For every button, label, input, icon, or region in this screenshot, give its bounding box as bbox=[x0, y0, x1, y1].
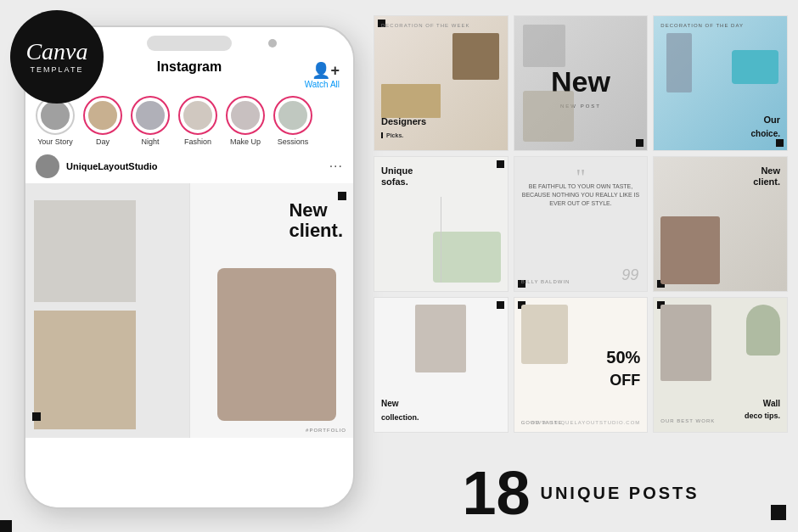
story-label-3: Fashion bbox=[184, 137, 211, 146]
corner-sq-br bbox=[636, 139, 643, 147]
phone-post-square-bl bbox=[32, 412, 41, 421]
corner-sq-tr bbox=[497, 160, 504, 168]
story-sessions[interactable]: Sessions bbox=[273, 96, 312, 146]
story-label-2: Night bbox=[141, 137, 159, 146]
phone-post-panel1 bbox=[34, 200, 136, 302]
gp1-table bbox=[381, 84, 441, 118]
gp5-quote-text: BE FAITHFUL TO YOUR OWN TASTE, BECAUSE N… bbox=[521, 182, 641, 207]
story-label-0: Your Story bbox=[37, 137, 73, 146]
story-label-5: Sessions bbox=[278, 137, 309, 146]
grid-post-6: Newclient. bbox=[653, 156, 788, 292]
bottom-left-square bbox=[0, 520, 12, 532]
watch-all-label[interactable]: Watch All bbox=[305, 80, 340, 89]
corner-sq-tr2 bbox=[497, 301, 504, 309]
gp8-percent: 50% bbox=[606, 349, 640, 366]
grid-post-7: New collection. bbox=[374, 297, 509, 433]
gp5-author: BILLY BALDWIN bbox=[521, 279, 570, 284]
gp9-main-text: Wall bbox=[763, 399, 780, 408]
story-day[interactable]: Day bbox=[83, 96, 122, 146]
phone-post-image: New client. #PORTFOLIO bbox=[25, 183, 353, 438]
gp8-sub2: WWW.UNIQUELAYOUTSTUDIO.COM bbox=[531, 420, 641, 425]
grid-post-2: New NEW POST bbox=[514, 15, 649, 151]
gp1-top-label: DECORATION OF THE WEEK bbox=[381, 23, 469, 28]
grid-post-3: DECORATION OF THE DAY Our choice. bbox=[653, 15, 788, 151]
gp9-wall-art bbox=[660, 305, 711, 381]
gp3-main-text: Our bbox=[763, 115, 780, 125]
post-options-icon[interactable]: ··· bbox=[329, 159, 343, 174]
phone-post-main-text: New client. bbox=[289, 200, 343, 241]
template-label: TEMPLATE bbox=[31, 65, 84, 74]
story-label-1: Day bbox=[96, 137, 110, 146]
phone-post-vertical-line bbox=[189, 183, 190, 438]
grid-post-9: OUR BEST WORK Wall deco tips. bbox=[653, 297, 788, 433]
canva-badge: Canva TEMPLATE bbox=[10, 10, 104, 104]
story-makeup[interactable]: Make Up bbox=[226, 96, 265, 146]
gp2-chair bbox=[523, 91, 574, 142]
post-username: UniqueLayoutStudio bbox=[66, 161, 323, 171]
gp8-off: OFF bbox=[610, 372, 640, 389]
gp9-plant bbox=[746, 305, 780, 356]
grid-post-4: Uniquesofas. bbox=[374, 156, 509, 292]
grid-post-8: 50% OFF GOOD TASTE WWW.UNIQUELAYOUTSTUDI… bbox=[514, 297, 649, 433]
bottom-right-square bbox=[771, 505, 786, 520]
gp7-main-text2: collection. bbox=[381, 413, 419, 422]
unique-posts-label: UNIQUE POSTS bbox=[540, 484, 699, 503]
gp3-top-label: DECORATION OF THE DAY bbox=[660, 23, 744, 28]
post-user-row: UniqueLayoutStudio ··· bbox=[25, 149, 353, 183]
grid-post-1: DECORATION OF THE WEEK Designers Picks. bbox=[374, 15, 509, 151]
corner-sq-br2 bbox=[776, 139, 784, 147]
phone-portfolio-label: #PORTFOLIO bbox=[306, 428, 346, 433]
gp7-main-text: New bbox=[381, 399, 399, 408]
gp1-main-text: Designers bbox=[381, 116, 426, 126]
story-circle-sessions bbox=[273, 96, 312, 135]
gp6-text: Newclient. bbox=[753, 165, 780, 188]
unique-posts-number: 18 bbox=[462, 462, 530, 524]
gp6-chair bbox=[660, 216, 720, 284]
gp3-vase bbox=[666, 33, 692, 92]
canva-logo-text: Canva bbox=[25, 40, 87, 64]
gp8-chair bbox=[521, 305, 568, 364]
phone-post-panel2 bbox=[34, 311, 136, 429]
gp4-main-text: Uniquesofas. bbox=[381, 165, 413, 188]
instagram-title: Instagram bbox=[157, 59, 222, 75]
gp5-num: 99 bbox=[621, 266, 638, 284]
story-circle-day bbox=[83, 96, 122, 135]
gp2-lamp bbox=[523, 25, 565, 67]
stories-row: Your Story Day Night Fashion bbox=[25, 92, 353, 149]
gp7-image bbox=[415, 305, 466, 372]
story-night[interactable]: Night bbox=[131, 96, 170, 146]
story-fashion[interactable]: Fashion bbox=[178, 96, 217, 146]
story-circle-makeup bbox=[226, 96, 265, 135]
grid-post-5: " BE FAITHFUL TO YOUR OWN TASTE, BECAUSE… bbox=[514, 156, 649, 292]
gp1-main-text2: Picks. bbox=[381, 132, 403, 138]
posts-grid: DECORATION OF THE WEEK Designers Picks. … bbox=[374, 15, 788, 433]
gp1-furniture bbox=[452, 33, 499, 80]
story-circle-night bbox=[131, 96, 170, 135]
gp4-line bbox=[441, 197, 441, 283]
gp9-main-text2: deco tips. bbox=[745, 412, 780, 420]
gp4-sofa-img bbox=[433, 232, 501, 283]
gp3-main-text2: choice. bbox=[751, 129, 780, 138]
gp3-sofa bbox=[732, 50, 778, 84]
post-user-avatar bbox=[36, 154, 59, 178]
story-circle-fashion bbox=[178, 96, 217, 135]
story-label-4: Make Up bbox=[230, 137, 261, 146]
phone-post-square-tr bbox=[338, 192, 346, 200]
add-icon[interactable]: 👤+ bbox=[312, 61, 340, 80]
unique-posts-label-wrapper: UNIQUE POSTS bbox=[540, 484, 699, 503]
bottom-area: 18 UNIQUE POSTS bbox=[374, 462, 788, 524]
phone-post-chair bbox=[217, 268, 336, 421]
gp9-sub: OUR BEST WORK bbox=[660, 418, 715, 423]
